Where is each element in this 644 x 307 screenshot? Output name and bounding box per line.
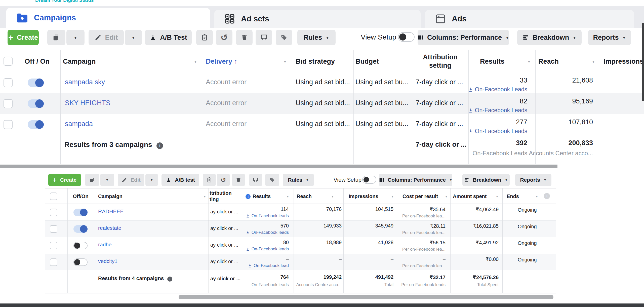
- campaign-row[interactable]: RADHEEE ay click or ... 114 On-Facebook …: [45, 204, 556, 221]
- col-budget[interactable]: Budget: [355, 58, 379, 65]
- campaign-name-link[interactable]: sampada: [65, 120, 93, 128]
- rules-button[interactable]: Rules▼: [297, 30, 336, 45]
- results-type-link[interactable]: On-Facebook leads: [246, 247, 289, 252]
- info-icon[interactable]: i: [156, 142, 163, 149]
- edit-caret-button[interactable]: ▼: [125, 30, 142, 45]
- info-icon[interactable]: i: [246, 194, 251, 199]
- col-amount-spent[interactable]: Amount spent: [453, 194, 487, 199]
- campaign-toggle[interactable]: [73, 258, 88, 266]
- campaign-toggle[interactable]: [73, 209, 88, 216]
- results-type-link[interactable]: On-Facebook leads: [246, 230, 289, 235]
- breakdown-button[interactable]: Breakdown▼: [462, 174, 510, 186]
- campaign-row[interactable]: realestate ay click or ... 570 On-Facebo…: [45, 221, 556, 237]
- campaign-row[interactable]: sampada sky Account error Using ad set b…: [0, 72, 644, 93]
- campaign-toggle[interactable]: [28, 120, 44, 129]
- row-checkbox[interactable]: [50, 209, 57, 216]
- select-all-checkbox[interactable]: [50, 193, 57, 200]
- sort-caret-icon[interactable]: ▼: [331, 195, 334, 198]
- col-impressions[interactable]: Impressions: [349, 194, 378, 199]
- undo-button[interactable]: ↺: [216, 30, 232, 45]
- results-type-link[interactable]: On-Facebook Leads: [468, 86, 527, 93]
- results-type-link[interactable]: On-Facebook Leads: [468, 107, 527, 114]
- campaign-toggle[interactable]: [73, 225, 88, 233]
- col-reach[interactable]: Reach: [538, 58, 559, 65]
- col-attribution-clipped[interactable]: ttributionting: [210, 190, 232, 203]
- row-checkbox[interactable]: [4, 78, 13, 87]
- col-results[interactable]: Results: [253, 194, 271, 199]
- tab-ads[interactable]: Ads: [425, 10, 634, 28]
- duplicate-caret-button[interactable]: ▼: [66, 30, 85, 45]
- duplicate-button[interactable]: [47, 30, 65, 45]
- campaign-toggle[interactable]: [73, 242, 88, 249]
- edit-caret-button[interactable]: ▼: [145, 174, 158, 186]
- create-button[interactable]: + Create: [48, 174, 81, 186]
- sort-caret-icon[interactable]: ▼: [592, 60, 595, 64]
- campaign-row[interactable]: sampada Account error Using ad set bid..…: [0, 114, 644, 135]
- col-cost-per-result[interactable]: Cost per result: [403, 194, 438, 199]
- info-icon[interactable]: i: [167, 277, 172, 282]
- row-checkbox[interactable]: [4, 120, 13, 129]
- export-button[interactable]: [249, 174, 262, 186]
- breakdown-button[interactable]: Breakdown▼: [517, 30, 582, 45]
- sort-caret-icon[interactable]: ▼: [391, 195, 394, 198]
- campaign-toggle[interactable]: [28, 99, 44, 108]
- tag-button[interactable]: [276, 30, 292, 45]
- col-delivery[interactable]: Delivery ↑: [206, 58, 237, 65]
- vertical-scrollbar[interactable]: [642, 23, 644, 101]
- clipboard-button[interactable]: [196, 30, 213, 45]
- col-bid-strategy[interactable]: Bid strategy: [296, 58, 335, 65]
- tab-adsets[interactable]: Ad sets: [214, 10, 421, 28]
- view-setup-toggle[interactable]: [362, 176, 376, 184]
- ab-test-button[interactable]: A/B Test: [145, 30, 192, 45]
- columns-button[interactable]: Columns: Performance▼: [418, 30, 509, 45]
- results-type-link[interactable]: On-Facebook Leads: [468, 128, 527, 135]
- rules-button[interactable]: Rules▼: [283, 174, 314, 186]
- ab-test-button[interactable]: A/B test: [162, 174, 199, 186]
- sort-caret-icon[interactable]: ▼: [527, 60, 531, 64]
- col-impressions[interactable]: Impressions: [603, 58, 643, 65]
- sort-caret-icon[interactable]: ▼: [445, 195, 448, 198]
- edit-button[interactable]: Edit: [89, 30, 124, 45]
- view-setup-toggle[interactable]: [398, 32, 415, 42]
- sort-caret-icon[interactable]: ▼: [496, 195, 499, 198]
- campaign-row[interactable]: radhe ay click or ... 80 On-Facebook lea…: [45, 237, 556, 254]
- reports-button[interactable]: Reports▼: [588, 30, 631, 45]
- campaign-toggle[interactable]: [28, 79, 44, 87]
- campaign-row[interactable]: SKY HEIGHTS Account error Using ad set b…: [0, 93, 644, 114]
- campaign-name-link[interactable]: realestate: [98, 225, 121, 231]
- col-reach[interactable]: Reach: [297, 194, 312, 199]
- export-button[interactable]: [256, 30, 272, 45]
- campaign-name-link[interactable]: RADHEEE: [98, 208, 124, 214]
- results-type-link[interactable]: On-Facebook leads: [246, 213, 289, 218]
- col-results[interactable]: Results: [480, 58, 505, 65]
- col-ends[interactable]: Ends: [507, 194, 519, 199]
- campaign-row[interactable]: vedcity1 ay click or ... – On-Facebook l…: [45, 254, 556, 271]
- row-checkbox[interactable]: [50, 242, 57, 249]
- horizontal-scrollbar[interactable]: [179, 295, 553, 299]
- delete-button[interactable]: [236, 30, 253, 45]
- create-button[interactable]: + Create: [8, 30, 39, 45]
- tab-campaigns[interactable]: Campaigns: [6, 8, 210, 28]
- select-all-checkbox[interactable]: [4, 57, 13, 66]
- results-type-link[interactable]: On-Facebook lead: [248, 263, 289, 268]
- sort-caret-icon[interactable]: ▼: [203, 195, 206, 198]
- col-campaign[interactable]: Campaign: [63, 58, 96, 65]
- row-checkbox[interactable]: [4, 99, 13, 108]
- undo-button[interactable]: ↺: [217, 174, 230, 186]
- delete-button[interactable]: [232, 174, 245, 186]
- campaign-name-link[interactable]: SKY HEIGHTS: [65, 99, 110, 107]
- clipboard-button[interactable]: [203, 174, 216, 186]
- col-campaign[interactable]: Campaign: [98, 194, 123, 199]
- sort-caret-icon[interactable]: ▼: [194, 60, 197, 64]
- campaign-name-link[interactable]: vedcity1: [98, 258, 117, 264]
- duplicate-button[interactable]: [85, 174, 99, 186]
- reports-button[interactable]: Reports▼: [515, 174, 551, 186]
- tag-button[interactable]: [265, 174, 279, 186]
- row-checkbox[interactable]: [50, 225, 57, 233]
- campaign-name-link[interactable]: sampada sky: [65, 78, 105, 86]
- add-column-icon[interactable]: +: [544, 193, 550, 199]
- columns-button[interactable]: Columns: Performance▼: [379, 174, 452, 186]
- sort-caret-icon[interactable]: ▼: [286, 195, 289, 198]
- top-partial-link[interactable]: Dream Your Digital Status: [35, 0, 94, 3]
- duplicate-caret-button[interactable]: ▼: [100, 174, 114, 186]
